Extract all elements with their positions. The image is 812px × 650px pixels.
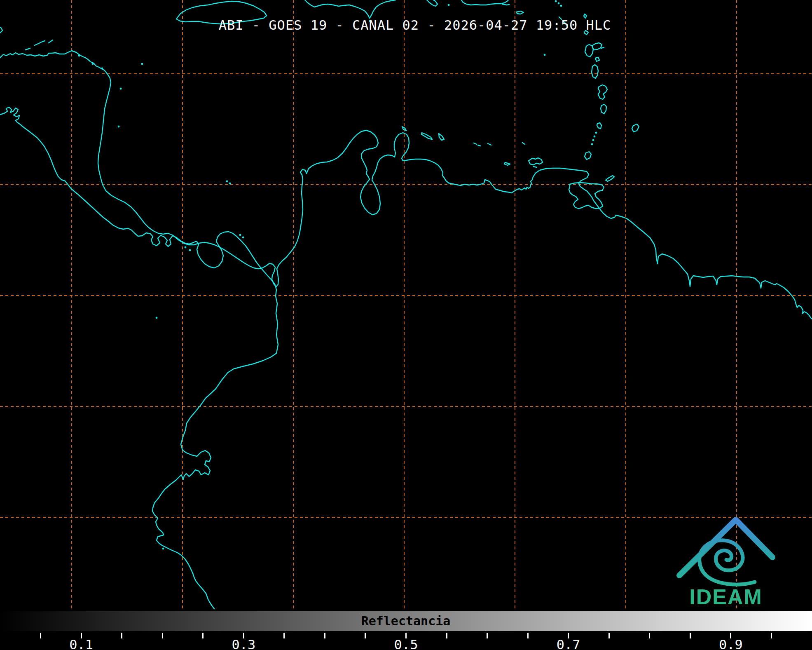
logo-text: IDEAM [689,585,763,609]
colorbar-tick [446,633,447,638]
small-island [448,4,450,6]
coastline-margarita [529,158,543,165]
coastline-marie-galante [595,57,599,61]
small-island [555,0,557,2]
colorbar-tick [283,633,285,638]
small-island [141,63,143,65]
graticule [0,0,812,610]
coastline-bonaire [439,134,444,140]
small-island [544,54,546,56]
small-island [189,249,191,251]
coastline-st-lucia [601,104,606,114]
small-island [242,237,244,239]
small-island [162,548,164,550]
small-island [594,136,596,138]
coastline-st-croix [517,11,524,14]
colorbar-tick [527,633,529,638]
colorbar-tick-label: 0.5 [394,637,418,650]
colorbar-tick [365,633,366,638]
small-island [101,68,103,70]
satellite-image-viewer: ABI - GOES 19 - CANAL 02 - 2026-04-27 19… [0,0,812,650]
small-island [558,2,560,5]
coastline-puerto-rico-south-coast [461,0,508,5]
small-island [229,183,231,185]
colorbar-tick-label: 0.7 [557,637,580,650]
coastline-pacific-mainland-coast [0,107,278,609]
coastline-st-vincent [597,123,601,129]
ideam-logo: IDEAM [679,520,772,609]
coastline-la-tortuga [504,162,510,165]
colorbar-tick [202,633,204,638]
small-island [92,63,94,65]
coastline-bay-islands [26,40,53,50]
colorbar-tick [162,633,163,638]
colorbar-tick [324,633,325,638]
coastlines [0,0,812,609]
coastline-dominica [592,65,598,78]
coastline-coche [534,167,537,167]
coastline-vieques [502,4,509,5]
colorbar-tick [608,633,610,638]
island-dots [78,0,597,550]
small-island [591,143,593,145]
satellite-map: IDEAM [0,0,812,650]
coastline-belize-coast-tail [0,27,2,33]
coastline-barbados [632,124,639,132]
colorbar-tick [690,633,691,638]
colorbar-tick-label: 0.9 [719,637,743,650]
small-island [595,132,597,134]
coastline-las-aves-los-roques [474,143,525,146]
small-island [156,317,158,319]
colorbar-tick-label: 0.3 [232,637,255,650]
coastline-caribbean-atlantic-mainland-coast [0,51,812,319]
small-island [118,126,120,128]
coastline-grenada [585,152,591,160]
coastline-curacao [421,133,432,139]
coastline-martinique [598,85,607,99]
small-island [78,55,80,57]
coastline-tobago [606,176,614,181]
image-title: ABI - GOES 19 - CANAL 02 - 2026-04-27 19… [219,17,611,33]
small-island [560,5,562,7]
colorbar-tick [40,633,41,638]
colorbar-tick [121,633,122,638]
colorbar-tick-label: 0.1 [69,637,93,650]
coastline-guadeloupe-east [592,43,602,50]
small-island [226,181,228,183]
coastline-la-desirade [601,47,604,48]
small-island [592,139,594,141]
coastline-trinidad [569,183,604,209]
small-island [185,246,187,249]
small-island [239,234,241,236]
coastline-hispaniola-south-coast [305,0,395,18]
coastline-dominican-east-tip [427,0,438,6]
colorbar-tick [649,633,650,638]
colorbar-tick [487,633,488,638]
mountain-icon [679,520,772,575]
colorbar-tick [771,633,772,638]
colorbar-label: Reflectancia [361,610,451,632]
small-island [120,88,122,90]
